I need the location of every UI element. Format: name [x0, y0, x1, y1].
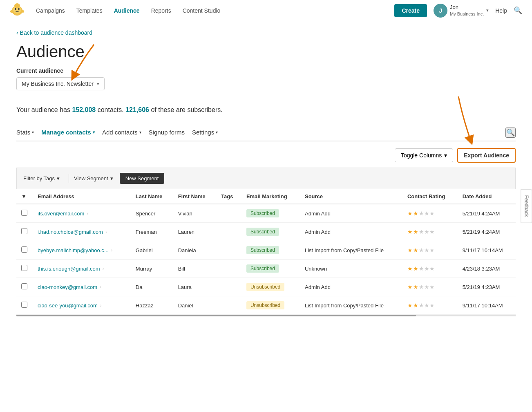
source-cell: Admin Add: [300, 223, 402, 241]
subnav-signup-forms[interactable]: Signup forms: [149, 125, 192, 141]
th-first-name[interactable]: First Name: [173, 189, 217, 204]
row-checkbox[interactable]: [21, 210, 27, 216]
view-segment-button[interactable]: View Segment ▾: [74, 173, 113, 184]
row-checkbox-cell: [16, 204, 33, 223]
row-checkbox[interactable]: [21, 228, 27, 234]
row-checkbox[interactable]: [21, 246, 27, 253]
row-checkbox[interactable]: [21, 283, 27, 289]
filter-by-tags-button[interactable]: Filter by Tags ▾: [23, 173, 64, 184]
row-expand-icon[interactable]: ›: [100, 303, 102, 308]
th-source[interactable]: Source: [300, 189, 402, 204]
th-date-added[interactable]: Date Added: [458, 189, 516, 204]
th-last-name[interactable]: Last Name: [131, 189, 173, 204]
filter-divider: [69, 174, 69, 183]
date-added-cell: 4/23/18 3:23AM: [458, 260, 516, 278]
email-link[interactable]: its.over@email.com: [38, 210, 84, 217]
svg-point-3: [18, 8, 20, 10]
export-audience-button[interactable]: Export Audience: [457, 148, 516, 163]
subnav-settings[interactable]: Settings ▾: [192, 125, 225, 141]
toggle-columns-button[interactable]: Toggle Columns ▾: [395, 148, 453, 162]
source-cell: Admin Add: [300, 278, 402, 296]
subnav-add-contacts[interactable]: Add contacts ▾: [102, 125, 149, 141]
table-row: its.over@email.com › Spencer Vivian Subs…: [16, 204, 516, 223]
row-expand-icon[interactable]: ›: [100, 284, 101, 289]
navbar: Campaigns Templates Audience Reports Con…: [0, 0, 532, 21]
email-marketing-cell: Subscribed: [241, 223, 300, 241]
user-menu[interactable]: J Jon My Business Inc. ▾: [434, 4, 489, 18]
toolbar: Toggle Columns ▾ Export Audience: [16, 141, 516, 168]
th-email[interactable]: Email Address: [33, 189, 131, 204]
nav-campaigns[interactable]: Campaigns: [36, 7, 65, 14]
audience-stats: Your audience has 152,008 contacts. 121,…: [16, 105, 516, 115]
row-checkbox-cell: [16, 296, 33, 315]
table-row: ciao-see-you@gmail.com › Hazzaz Daniel U…: [16, 296, 516, 315]
table-row: byebye.mailchimp@yahoo.c... › Gabriel Da…: [16, 241, 516, 260]
feedback-tab[interactable]: Feedback: [521, 189, 532, 223]
email-cell: i.had.no.choice@gmail.com ›: [33, 223, 131, 241]
scroll-indicator[interactable]: [16, 315, 516, 316]
status-badge: Subscribed: [246, 228, 279, 236]
date-added-cell: 5/21/19 4:23AM: [458, 278, 516, 296]
row-checkbox-cell: [16, 241, 33, 260]
back-link[interactable]: Back to audience dashboard: [16, 29, 92, 36]
current-audience-label: Current audience: [16, 67, 516, 74]
nav-content-studio[interactable]: Content Studio: [183, 7, 221, 14]
new-segment-button[interactable]: New Segment: [120, 173, 165, 184]
nav-reports[interactable]: Reports: [151, 7, 171, 14]
contact-rating-cell: ★★★★★: [402, 260, 458, 278]
tags-cell: [216, 204, 241, 223]
status-badge: Subscribed: [246, 264, 279, 273]
email-cell: byebye.mailchimp@yahoo.c... ›: [33, 241, 131, 260]
tags-cell: [216, 260, 241, 278]
create-button[interactable]: Create: [394, 4, 427, 17]
row-expand-icon[interactable]: ›: [103, 266, 104, 271]
nav-templates[interactable]: Templates: [76, 7, 103, 14]
th-email-marketing[interactable]: Email Marketing: [241, 189, 300, 204]
main-content: Back to audience dashboard Audience Curr…: [0, 21, 532, 316]
contact-rating-cell: ★★★★★: [402, 204, 458, 223]
subnav-stats[interactable]: Stats ▾: [16, 125, 41, 141]
row-checkbox-cell: [16, 278, 33, 296]
row-checkbox[interactable]: [21, 265, 27, 271]
row-expand-icon[interactable]: ›: [87, 211, 88, 216]
svg-point-6: [22, 10, 24, 13]
th-contact-rating[interactable]: Contact Rating: [402, 189, 458, 204]
email-link[interactable]: byebye.mailchimp@yahoo.c...: [38, 247, 109, 253]
nav-audience[interactable]: Audience: [114, 7, 140, 14]
mailchimp-logo[interactable]: [10, 2, 25, 17]
email-link[interactable]: i.had.no.choice@gmail.com: [38, 229, 103, 235]
row-checkbox[interactable]: [21, 302, 27, 308]
user-details: Jon My Business Inc.: [450, 4, 484, 17]
contact-rating-cell: ★★★★★: [402, 278, 458, 296]
logo[interactable]: [10, 2, 25, 18]
audience-selector[interactable]: My Business Inc. Newsletter ▾: [16, 77, 105, 90]
subscribers-count: 121,606: [125, 106, 149, 113]
avatar: J: [434, 4, 447, 18]
table-header-row: ▼ Email Address Last Name First Name Tag: [16, 189, 516, 204]
contact-rating-cell: ★★★★★: [402, 296, 458, 315]
help-link[interactable]: Help: [495, 7, 507, 14]
nav-links: Campaigns Templates Audience Reports Con…: [36, 7, 394, 14]
row-expand-icon[interactable]: ›: [111, 248, 113, 253]
sort-down-icon[interactable]: ▼: [21, 193, 27, 199]
first-name-cell: Lauren: [173, 223, 217, 241]
breadcrumb: Back to audience dashboard: [16, 21, 516, 43]
scroll-indicator-bar: [16, 315, 416, 316]
table-row: this.is.enough@gmail.com › Murray Bill S…: [16, 260, 516, 278]
email-link[interactable]: this.is.enough@gmail.com: [38, 266, 100, 272]
email-link[interactable]: ciao-see-you@gmail.com: [38, 302, 98, 309]
th-tags[interactable]: Tags: [216, 189, 241, 204]
subnav-manage-contacts[interactable]: Manage contacts ▾: [41, 125, 102, 141]
filter-bar: Filter by Tags ▾ View Segment ▾ New Segm…: [16, 168, 516, 189]
subnav-stats-caret: ▾: [32, 130, 34, 134]
status-badge: Unsubscribed: [246, 301, 284, 309]
source-cell: List Import from Copy/Pasted File: [300, 241, 402, 260]
email-cell: ciao-see-you@gmail.com ›: [33, 296, 131, 315]
row-expand-icon[interactable]: ›: [105, 229, 107, 234]
search-icon: 🔍: [514, 7, 522, 14]
email-link[interactable]: ciao-monkey@gmail.com: [38, 284, 97, 290]
table-body: its.over@email.com › Spencer Vivian Subs…: [16, 204, 516, 315]
subnav-search-button[interactable]: 🔍: [505, 128, 516, 138]
last-name-cell: Murray: [131, 260, 173, 278]
search-button[interactable]: 🔍: [514, 6, 522, 15]
